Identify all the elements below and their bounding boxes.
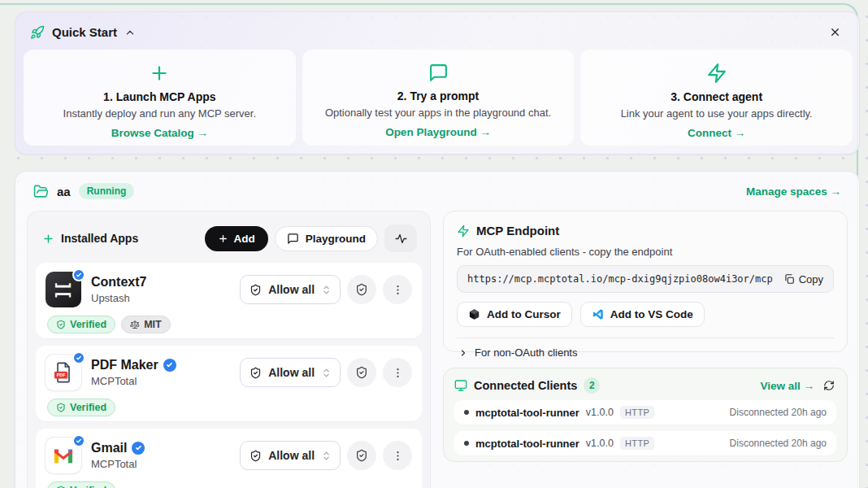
status-badge: Running xyxy=(79,183,135,199)
app-vendor: Upstash xyxy=(91,292,146,305)
verified-check-icon xyxy=(72,268,85,281)
quick-start-card-launch: 1. Launch MCP Apps Instantly deploy and … xyxy=(24,50,296,146)
app-vendor: MCPTotal xyxy=(91,375,176,388)
connect-link[interactable]: Connect → xyxy=(688,127,745,139)
context7-app-icon: ][ xyxy=(46,272,81,307)
client-status-dot xyxy=(464,410,469,415)
verified-check-icon xyxy=(72,434,85,447)
app-name: PDF Maker xyxy=(91,357,176,373)
plus-icon xyxy=(42,233,54,245)
pulse-icon xyxy=(394,232,408,246)
app-name: Gmail xyxy=(91,440,145,456)
copy-endpoint-button[interactable]: Copy xyxy=(783,273,823,285)
connected-clients-title: Connected Clients xyxy=(474,379,577,392)
chevrons-up-down-icon xyxy=(321,368,332,378)
app-card-gmail: Gmail MCPTotal Allow all xyxy=(36,429,422,488)
card-description: Optionally test your apps in the playgro… xyxy=(302,107,575,119)
open-playground-link[interactable]: Open Playground → xyxy=(385,126,491,138)
verified-check-icon xyxy=(163,359,176,372)
gmail-app-icon xyxy=(46,438,81,473)
kebab-menu-icon xyxy=(392,284,404,296)
verified-badge: Verified xyxy=(47,481,115,488)
client-status-dot xyxy=(464,441,469,446)
endpoint-subtitle: For OAuth-enabled clients - copy the end… xyxy=(457,246,834,258)
quick-start-card-prompt: 2. Try a prompt Optionally test your app… xyxy=(302,50,575,146)
non-oauth-clients-toggle[interactable]: For non-OAuth clients xyxy=(457,338,834,367)
browse-catalog-link[interactable]: Browse Catalog → xyxy=(111,127,208,139)
verified-check-icon xyxy=(132,442,145,455)
mcp-endpoint-panel: MCP Endpoint For OAuth-enabled clients -… xyxy=(443,211,848,352)
chevrons-up-down-icon xyxy=(321,451,332,461)
app-menu-button[interactable] xyxy=(383,275,412,304)
app-security-button[interactable] xyxy=(347,358,376,387)
app-name: Context7 xyxy=(91,274,146,290)
chevron-right-icon xyxy=(458,348,468,358)
add-to-vscode-button[interactable]: Add to VS Code xyxy=(580,302,705,327)
permission-select[interactable]: Allow all xyxy=(240,441,341,470)
permission-select[interactable]: Allow all xyxy=(240,275,341,304)
collapse-chevron-icon[interactable] xyxy=(124,27,136,38)
client-status: Disconnected 20h ago xyxy=(730,407,827,418)
client-count-badge: 2 xyxy=(584,377,600,394)
shield-check-icon xyxy=(250,284,262,296)
app-menu-button[interactable] xyxy=(383,441,412,470)
endpoint-url-box: https://mcp.mcptotal.io/mcp-dxig9qjzpio0… xyxy=(457,265,834,293)
copy-icon xyxy=(783,273,795,285)
verified-badge: Verified xyxy=(47,399,115,416)
refresh-icon xyxy=(823,380,835,391)
monitor-icon xyxy=(454,379,467,392)
refresh-button[interactable] xyxy=(822,378,836,393)
shield-check-icon xyxy=(250,450,262,462)
app-security-button[interactable] xyxy=(347,441,376,470)
chat-bubble-icon xyxy=(287,233,299,245)
client-row: mcptotal-tool-runner v1.0.0 HTTP Disconn… xyxy=(454,400,836,425)
space-name: aa xyxy=(57,185,71,198)
app-vendor: MCPTotal xyxy=(91,458,145,471)
card-description: Link your agent to use your apps directl… xyxy=(580,107,853,120)
lightning-icon xyxy=(457,224,470,237)
card-title: 2. Try a prompt xyxy=(302,89,575,102)
add-to-cursor-button[interactable]: Add to Cursor xyxy=(457,302,572,327)
cursor-logo-icon xyxy=(468,308,480,320)
client-row: mcptotal-tool-runner v1.0.0 HTTP Disconn… xyxy=(454,431,836,455)
verified-badge: Verified xyxy=(47,316,115,333)
shield-check-icon xyxy=(355,449,368,462)
kebab-menu-icon xyxy=(392,367,404,379)
manage-spaces-link[interactable]: Manage spaces → xyxy=(746,185,841,198)
lightning-icon xyxy=(580,63,853,84)
installed-apps-title: Installed Apps xyxy=(61,232,138,245)
client-version: v1.0.0 xyxy=(586,407,614,418)
connected-clients-panel: Connected Clients 2 View all → mcptotal-… xyxy=(443,368,848,462)
add-app-button[interactable]: Add xyxy=(205,226,268,251)
card-title: 1. Launch MCP Apps xyxy=(24,90,296,103)
shield-check-icon xyxy=(355,366,368,379)
vscode-logo-icon xyxy=(592,308,604,320)
quick-start-panel: Quick Start 1. Launch MCP Apps Instantly… xyxy=(15,11,860,155)
endpoint-title: MCP Endpoint xyxy=(476,224,559,237)
client-protocol: HTTP xyxy=(620,437,654,450)
client-version: v1.0.0 xyxy=(586,438,614,449)
license-badge: MIT xyxy=(121,316,171,333)
svg-text:PDF: PDF xyxy=(57,373,66,377)
app-security-button[interactable] xyxy=(347,275,376,304)
client-name: mcptotal-tool-runner xyxy=(475,438,579,450)
pdf-maker-app-icon: PDF xyxy=(46,355,81,390)
shield-check-icon xyxy=(250,367,262,379)
app-menu-button[interactable] xyxy=(383,358,412,387)
plus-icon xyxy=(24,63,296,84)
client-name: mcptotal-tool-runner xyxy=(475,407,579,419)
view-all-link[interactable]: View all → xyxy=(760,380,814,392)
shield-check-icon xyxy=(355,283,368,296)
card-title: 3. Connect agent xyxy=(580,90,853,103)
activity-log-button[interactable] xyxy=(384,224,417,252)
playground-button[interactable]: Playground xyxy=(275,226,378,251)
app-card-pdf-maker: PDF PDF Maker MCPTotal xyxy=(36,346,422,421)
permission-select[interactable]: Allow all xyxy=(240,358,341,387)
client-status: Disconnected 20h ago xyxy=(730,438,827,449)
folder-open-icon xyxy=(33,184,49,199)
close-icon[interactable] xyxy=(826,23,844,41)
installed-apps-panel: Installed Apps Add Playground xyxy=(27,211,431,488)
verified-check-icon xyxy=(72,351,85,364)
card-description: Instantly deploy and run any MCP server. xyxy=(24,107,296,120)
plus-icon xyxy=(218,233,228,244)
